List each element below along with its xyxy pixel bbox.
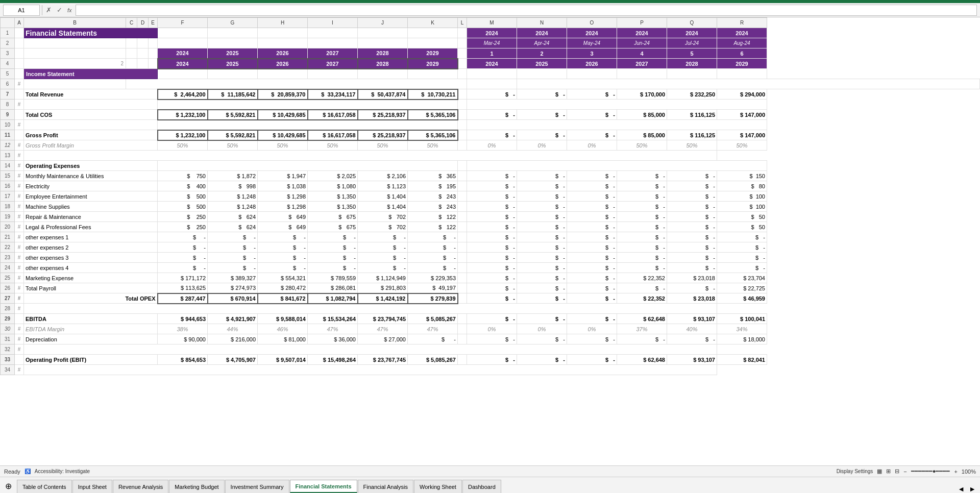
other-expenses-4-label: other expenses 4 [26, 265, 68, 271]
row-16: 16 # Electricity $ 400 $ 998 $ 1,038 $ 1… [1, 181, 980, 191]
col-D-header[interactable]: D [137, 18, 149, 28]
row-34: 34 # [1, 365, 980, 375]
row-12-gross-margin: 12 # Gross Profit Margin 50% 50% 50% 50%… [1, 140, 980, 151]
row-2: 2 Mar-24 Apr-24 May-24 Jun-2 [1, 38, 980, 48]
cell-O1[interactable]: 2024 [567, 28, 617, 38]
gross-profit-margin-label: Gross Profit Margin [26, 142, 74, 149]
col-O-header[interactable]: O [567, 18, 617, 28]
row-num-1: 1 [1, 28, 15, 38]
monthly-maintenance-label: Monthly Maintenance & Utilities [26, 173, 104, 179]
row-13: 13 # [1, 151, 980, 161]
row-10: 10 # [1, 120, 980, 130]
title-text: Financial Statements [26, 29, 97, 37]
col-Q-header[interactable]: Q [667, 18, 717, 28]
formula-fx-icon[interactable]: fx [66, 7, 74, 13]
cell-F1[interactable] [158, 28, 208, 38]
row-28: 28 # [1, 304, 980, 314]
formula-confirm-icon[interactable]: ✓ [55, 6, 64, 14]
col-H-header[interactable]: H [258, 18, 308, 28]
col-F-header[interactable]: F [158, 18, 208, 28]
cell-I1[interactable] [308, 28, 358, 38]
depreciation-label: Depreciation [26, 336, 57, 342]
machine-supplies-label: Machine Supplies [26, 204, 70, 210]
ebitda-label: EBITDA [26, 316, 46, 322]
other-expenses-3-label: other expenses 3 [26, 255, 68, 261]
row-23: 23 # other expenses 3 $ - $ - $ - $ - $ … [1, 253, 980, 263]
row-25: 25 # Marketing Expense $ 171,172 $ 389,3… [1, 273, 980, 283]
cell-Q1[interactable]: 2024 [667, 28, 717, 38]
operating-expenses-label: Operating Expenses [26, 163, 80, 169]
marketing-expense-label: Marketing Expense [26, 275, 74, 281]
scroll-area[interactable]: A B C D E F G H I J K L M N O P Q [0, 17, 980, 465]
employee-entertainment-label: Employee Entertainment [26, 193, 87, 200]
row-5-income-statement: 5 Income Statement [1, 69, 980, 79]
row-18: 18 # Machine Supplies $ 500 $ 1,248 $ 1,… [1, 202, 980, 212]
row-26: 26 # Total Payroll $ 113,625 $ 274,973 $… [1, 283, 980, 293]
row-8: 8 # [1, 100, 980, 110]
row-11-gross-profit: 11 Gross Profit $ 1,232,100 $ 5,592,821 … [1, 130, 980, 140]
income-statement-label: Income Statement [26, 71, 75, 77]
row-32: 32 # [1, 344, 980, 355]
cell-M1[interactable]: 2024 [467, 28, 517, 38]
col-E-header[interactable]: E [149, 18, 158, 28]
col-A-header[interactable]: A [15, 18, 24, 28]
row-21: 21 # other expenses 1 $ - $ - $ - $ - $ … [1, 232, 980, 242]
cell-reference[interactable] [3, 5, 40, 16]
row-31: 31 # Depreciation $ 90,000 $ 216,000 $ 8… [1, 334, 980, 344]
row-num-3: 3 [1, 48, 15, 59]
total-payroll-label: Total Payroll [26, 285, 56, 291]
cell-G1[interactable] [208, 28, 258, 38]
row-17: 17 # Employee Entertainment $ 500 $ 1,24… [1, 191, 980, 202]
formula-input[interactable] [76, 5, 977, 16]
col-P-header[interactable]: P [617, 18, 667, 28]
row-num-2: 2 [1, 38, 15, 48]
cell-A1[interactable] [15, 28, 24, 38]
col-C-header[interactable]: C [126, 18, 137, 28]
cell-H1[interactable] [258, 28, 308, 38]
formula-bar-divider [42, 5, 42, 15]
corner-header [1, 18, 15, 28]
cell-R1[interactable]: 2024 [717, 28, 767, 38]
cell-B1[interactable]: Financial Statements [24, 28, 158, 38]
total-opex-label: Total OPEX [125, 295, 155, 302]
row-19: 19 # Repair & Maintenance $ 250 $ 624 $ … [1, 212, 980, 222]
row-27-total-opex: 27 # Total OPEX $ 287,447 $ 670,914 $ 84… [1, 293, 980, 304]
col-I-header[interactable]: I [308, 18, 358, 28]
row-22: 22 # other expenses 2 $ - $ - $ - $ - $ … [1, 242, 980, 253]
col-B-header[interactable]: B [24, 18, 126, 28]
repair-maintenance-label: Repair & Maintenance [26, 214, 81, 220]
cell-L1[interactable] [458, 28, 467, 38]
ebitda-margin-label: EBITDA Margin [26, 326, 64, 332]
row-num-4: 4 [1, 59, 15, 69]
main-table: A B C D E F G H I J K L M N O P Q [0, 17, 980, 375]
row-1: 1 Financial Statements 2024 2024 2024 [1, 28, 980, 38]
col-K-header[interactable]: K [408, 18, 458, 28]
row-33-ebit: 33 Operating Profit (EBIT) $ 854,653 $ 4… [1, 355, 980, 365]
col-header-row: A B C D E F G H I J K L M N O P Q [1, 18, 980, 28]
col-M-header[interactable]: M [467, 18, 517, 28]
row-9-total-cos: 9 Total COS $ 1,232,100 $ 5,592,821 $ 10… [1, 110, 980, 120]
cell-N1[interactable]: 2024 [517, 28, 567, 38]
col-R-header[interactable]: R [717, 18, 767, 28]
operating-profit-label: Operating Profit (EBIT) [26, 357, 86, 363]
col-J-header[interactable]: J [358, 18, 408, 28]
row-15: 15 # Monthly Maintenance & Utilities $ 7… [1, 171, 980, 181]
row-20: 20 # Legal & Professional Fees $ 250 $ 6… [1, 222, 980, 232]
col-G-header[interactable]: G [208, 18, 258, 28]
cell-P1[interactable]: 2024 [617, 28, 667, 38]
cell-K1[interactable] [408, 28, 458, 38]
formula-bar: ✗ ✓ fx [0, 3, 980, 17]
formula-cancel-icon[interactable]: ✗ [44, 6, 53, 14]
other-expenses-2-label: other expenses 2 [26, 244, 68, 251]
row-3-year-headers: 3 2024 2025 2026 2027 2028 2029 1 2 3 [1, 48, 980, 59]
spreadsheet-area: A B C D E F G H I J K L M N O P Q [0, 17, 980, 465]
col-L-header[interactable]: L [458, 18, 467, 28]
row-14-opex-header: 14 # Operating Expenses [1, 161, 980, 171]
row-24: 24 # other expenses 4 $ - $ - $ - $ - $ … [1, 263, 980, 273]
gross-profit-label: Gross Profit [26, 132, 58, 138]
col-N-header[interactable]: N [517, 18, 567, 28]
total-revenue-label: Total Revenue [26, 91, 63, 97]
row-num-5: 5 [1, 69, 15, 79]
cell-J1[interactable] [358, 28, 408, 38]
row-29-ebitda: 29 EBITDA $ 944,653 $ 4,921,907 $ 9,588,… [1, 314, 980, 324]
